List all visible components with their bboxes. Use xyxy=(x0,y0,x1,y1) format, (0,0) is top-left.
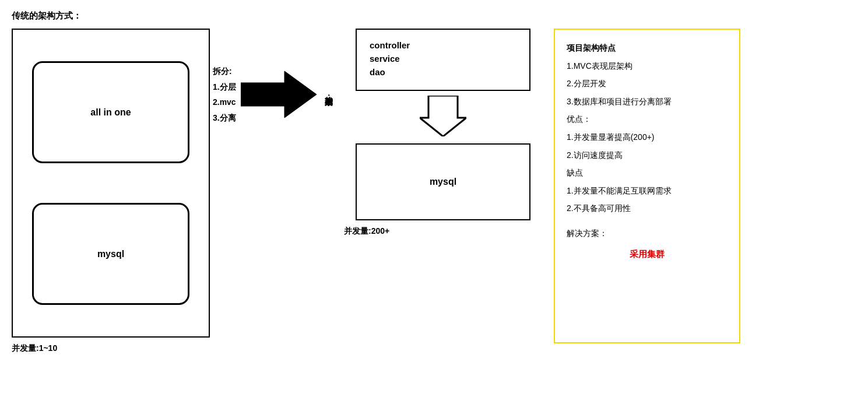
page-container: 传统的架构方式： all in one mysql 并发量:1~10 拆分: 1… xyxy=(0,0,868,404)
mysql-box-left: mysql xyxy=(32,203,189,305)
arch-vertical-text: 架构改进后： xyxy=(322,90,335,99)
feature-item-4: 1.并发量显著提高(200+) xyxy=(567,129,728,145)
mysql-label-right: mysql xyxy=(430,177,456,187)
all-in-one-label: all in one xyxy=(90,107,131,118)
right-section: controller service dao mysql 并发量:200+ xyxy=(344,29,542,237)
main-layout: all in one mysql 并发量:1~10 拆分: 1.分层 2.mvc… xyxy=(12,29,856,354)
svg-marker-1 xyxy=(420,96,466,136)
spacer xyxy=(567,219,728,223)
svg-marker-0 xyxy=(241,71,317,118)
controller-label: controller xyxy=(370,40,516,50)
split-labels: 拆分: 1.分层 2.mvc 3.分离 xyxy=(213,64,236,125)
feature-item-10: 解决方案： xyxy=(567,226,728,241)
down-arrow-container xyxy=(420,96,466,139)
all-in-one-box: all in one xyxy=(32,61,189,163)
arch-arrow-group: 架构改进后： xyxy=(241,68,335,121)
mysql-box-right: mysql xyxy=(356,143,530,220)
right-arrow-icon xyxy=(241,68,317,121)
feature-item-5: 2.访问速度提高 xyxy=(567,147,728,163)
feature-item-3: 优点： xyxy=(567,111,728,127)
feature-item-7: 1.并发量不能满足互联网需求 xyxy=(567,183,728,199)
features-title: 项目架构特点 xyxy=(567,40,728,56)
page-title: 传统的架构方式： xyxy=(12,10,856,22)
feature-item-8: 2.不具备高可用性 xyxy=(567,201,728,216)
feature-item-6: 缺点 xyxy=(567,165,728,181)
split-line4: 3.分离 xyxy=(213,110,236,126)
concurrency-left: 并发量:1~10 xyxy=(12,343,57,354)
dao-label: dao xyxy=(370,67,516,77)
split-line2: 1.分层 xyxy=(213,79,236,95)
controller-box: controller service dao xyxy=(356,29,530,91)
service-label: service xyxy=(370,54,516,64)
concurrency-right: 并发量:200+ xyxy=(344,226,389,237)
mysql-label-left: mysql xyxy=(97,249,124,259)
middle-section: 拆分: 1.分层 2.mvc 3.分离 架构改进后： xyxy=(210,29,338,125)
feature-solution: 采用集群 xyxy=(567,246,728,263)
feature-item-0: 1.MVC表现层架构 xyxy=(567,58,728,74)
split-line3: 2.mvc xyxy=(213,94,236,110)
arrow-row: 拆分: 1.分层 2.mvc 3.分离 架构改进后： xyxy=(213,64,335,125)
feature-item-2: 3.数据库和项目进行分离部署 xyxy=(567,94,728,110)
features-section: 项目架构特点 1.MVC表现层架构 2.分层开发 3.数据库和项目进行分离部署 … xyxy=(554,29,740,343)
outer-box: all in one mysql xyxy=(12,29,210,338)
feature-item-1: 2.分层开发 xyxy=(567,76,728,92)
down-arrow-icon xyxy=(420,96,466,136)
split-line1: 拆分: xyxy=(213,64,232,79)
left-section: all in one mysql 并发量:1~10 xyxy=(12,29,210,354)
